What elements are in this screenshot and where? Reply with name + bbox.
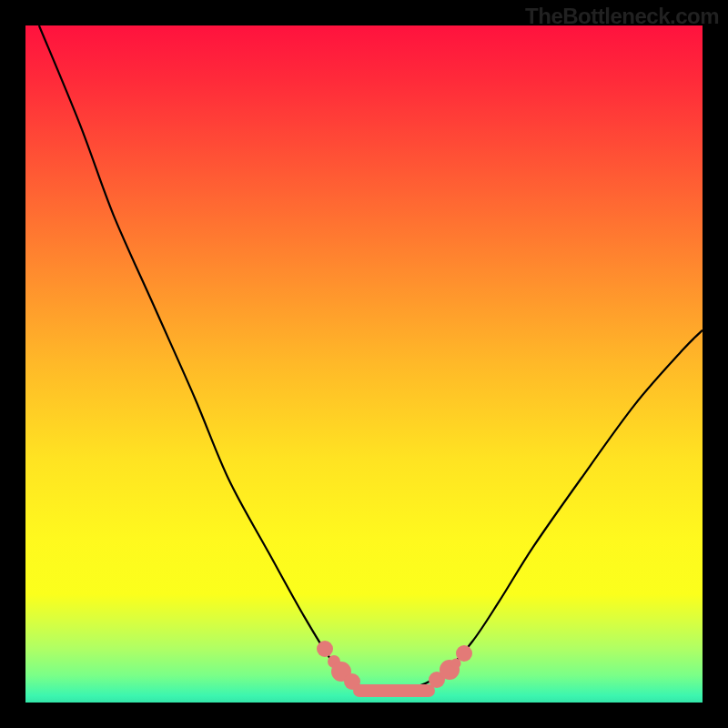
watermark-text: TheBottleneck.com <box>525 4 719 29</box>
plot-area <box>25 25 703 703</box>
curve-path <box>39 25 703 692</box>
curve-flat-segment <box>353 684 435 697</box>
bottleneck-curve <box>25 25 703 703</box>
curve-marker <box>317 641 333 657</box>
curve-marker <box>456 645 472 662</box>
